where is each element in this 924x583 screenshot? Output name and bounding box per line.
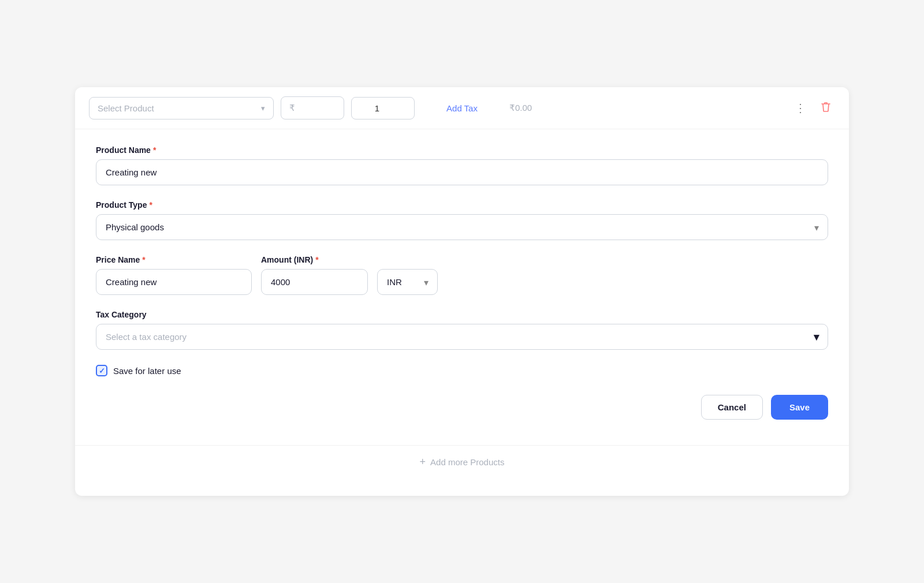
cancel-button[interactable]: Cancel xyxy=(701,395,763,420)
price-name-label: Price Name * xyxy=(96,255,252,264)
add-more-products-row[interactable]: + Add more Products xyxy=(75,445,849,479)
form-section: Product Name * Product Type * Physical g… xyxy=(75,129,849,445)
more-options-icon[interactable]: ⋮ xyxy=(791,98,810,118)
select-product-dropdown[interactable]: Select Product ▾ xyxy=(89,97,274,119)
quantity-wrapper xyxy=(351,97,415,119)
amount-input[interactable] xyxy=(261,269,368,295)
price-name-input[interactable] xyxy=(96,269,252,295)
save-later-row: ✓ Save for later use xyxy=(96,365,828,376)
product-name-label: Product Name * xyxy=(96,145,828,155)
tax-category-label: Tax Category xyxy=(96,310,828,319)
amount-label: Amount (INR) * xyxy=(261,255,368,264)
price-input-wrapper: ₹ xyxy=(281,96,344,119)
tax-category-group: Tax Category Select a tax category ▾ xyxy=(96,310,828,350)
price-input[interactable] xyxy=(299,103,333,113)
add-tax-button[interactable]: Add Tax xyxy=(422,98,502,119)
product-type-select-wrapper: Physical goods Digital goods Service ▾ xyxy=(96,214,828,240)
currency-group: Currency INR USD EUR ▾ xyxy=(377,255,438,295)
save-later-checkbox-wrapper[interactable]: ✓ xyxy=(96,365,107,376)
tax-category-select[interactable]: Select a tax category xyxy=(96,324,828,350)
main-container: Select Product ▾ ₹ Add Tax ₹0.00 ⋮ Produ… xyxy=(75,87,849,496)
product-name-input[interactable] xyxy=(96,159,828,185)
top-bar: Select Product ▾ ₹ Add Tax ₹0.00 ⋮ xyxy=(75,87,849,129)
price-name-group: Price Name * xyxy=(96,255,252,295)
buttons-row: Cancel Save xyxy=(96,395,828,420)
delete-icon[interactable] xyxy=(817,97,835,119)
amount-required: * xyxy=(315,255,318,264)
currency-select[interactable]: INR USD EUR xyxy=(377,269,438,295)
product-type-label: Product Type * xyxy=(96,200,828,210)
currency-symbol-icon: ₹ xyxy=(289,103,295,113)
product-type-select[interactable]: Physical goods Digital goods Service xyxy=(96,214,828,240)
amount-display: ₹0.00 xyxy=(509,97,556,119)
product-type-required: * xyxy=(149,200,152,210)
currency-select-wrapper: INR USD EUR ▾ xyxy=(377,269,438,295)
price-amount-row: Price Name * Amount (INR) * Currency INR… xyxy=(96,255,828,295)
product-name-group: Product Name * xyxy=(96,145,828,185)
chevron-down-icon: ▾ xyxy=(261,104,265,113)
save-later-label: Save for later use xyxy=(113,366,181,376)
add-more-label: Add more Products xyxy=(430,457,504,467)
product-name-required: * xyxy=(153,145,156,155)
save-button[interactable]: Save xyxy=(771,395,828,420)
price-name-required: * xyxy=(142,255,145,264)
select-product-placeholder: Select Product xyxy=(98,103,154,113)
plus-icon: + xyxy=(420,456,426,468)
amount-group: Amount (INR) * xyxy=(261,255,368,295)
product-type-group: Product Type * Physical goods Digital go… xyxy=(96,200,828,240)
tax-category-select-wrapper: Select a tax category ▾ xyxy=(96,324,828,350)
quantity-input[interactable] xyxy=(360,103,394,113)
